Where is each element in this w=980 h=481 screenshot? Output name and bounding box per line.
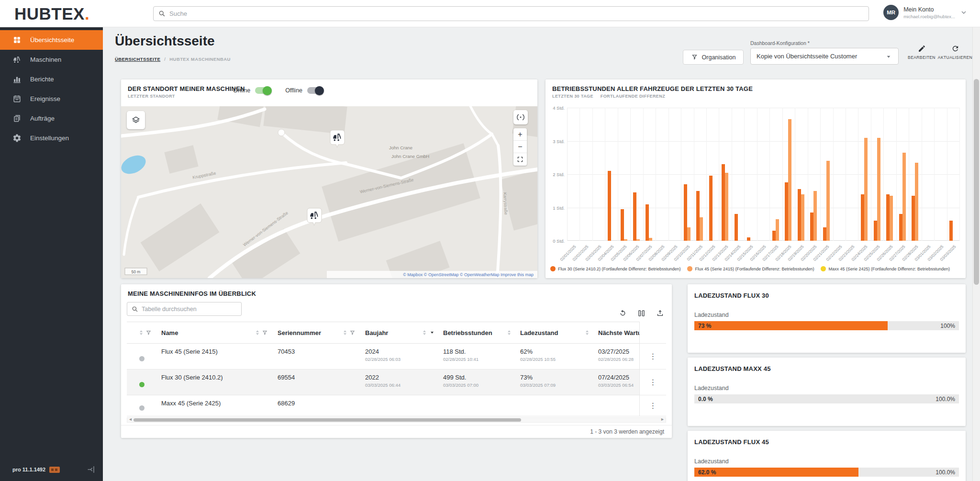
account-menu[interactable]: MR Mein Konto michael.roebig@hubtex... bbox=[883, 5, 968, 20]
zoom-out-button[interactable]: − bbox=[513, 141, 527, 153]
search-input[interactable] bbox=[169, 10, 864, 17]
filter-icon[interactable] bbox=[262, 330, 268, 336]
chart-day-slot bbox=[580, 108, 592, 241]
top-bar: HUBTEX. MR Mein Konto michael.roebig@hub… bbox=[0, 0, 980, 27]
scroll-left-icon[interactable]: ◄ bbox=[128, 417, 133, 422]
column-header-baujahr[interactable]: Baujahr bbox=[360, 322, 438, 343]
sort-icon[interactable] bbox=[423, 330, 426, 335]
columns-icon[interactable] bbox=[637, 309, 646, 317]
table-row[interactable]: Maxx 45 (Serie 2425)68629 bbox=[127, 395, 666, 416]
map-layers-button[interactable] bbox=[127, 111, 145, 129]
collapse-sidebar-icon[interactable] bbox=[87, 465, 96, 474]
edit-dashboard-button[interactable]: BEARBEITEN bbox=[903, 45, 940, 60]
offline-toggle[interactable] bbox=[307, 87, 323, 94]
chart-day-slot bbox=[795, 108, 808, 241]
chart-day-slot bbox=[757, 108, 770, 241]
legend-label: Flux 30 (Serie 2410.2) (Fortlaufende Dif… bbox=[558, 267, 680, 271]
status-dot-offline bbox=[139, 356, 145, 361]
sorted-desc-icon bbox=[431, 332, 434, 334]
organisation-label: Organisation bbox=[702, 54, 736, 61]
sidebar-item--bersichtsseite[interactable]: Übersichtsseite bbox=[0, 30, 103, 50]
charge-label: Ladezustand bbox=[694, 458, 959, 465]
cell-value: Flux 45 (Serie 2415) bbox=[161, 348, 268, 355]
bar-flux30 bbox=[684, 184, 687, 241]
legend-item: Flux 30 (Serie 2410.2) (Fortlaufende Dif… bbox=[550, 266, 680, 271]
bar-flux45 bbox=[788, 119, 791, 241]
charge-label: Ladezustand bbox=[694, 312, 959, 318]
chevron-down-icon bbox=[960, 9, 968, 16]
sidebar-item-auftr-ge[interactable]: Aufträge bbox=[0, 109, 103, 128]
chart-day-slot bbox=[808, 108, 821, 241]
bar-flux45 bbox=[813, 191, 817, 241]
legend-dot-icon bbox=[821, 266, 826, 271]
charge-max: 100% bbox=[940, 323, 955, 329]
dashboard-config-select[interactable]: Kopie von Übersichtsseite Customer bbox=[750, 48, 899, 65]
scrollbar-thumb[interactable] bbox=[134, 418, 521, 422]
zoom-in-button[interactable]: + bbox=[513, 128, 527, 141]
sidebar-item-einstellungen[interactable]: Einstellungen bbox=[0, 128, 103, 148]
organisation-button[interactable]: Organisation bbox=[683, 50, 744, 65]
online-toggle[interactable] bbox=[255, 87, 271, 94]
bar-flux45 bbox=[624, 239, 627, 241]
charge-max: 100.0% bbox=[935, 396, 955, 403]
sidebar-item-berichte[interactable]: Berichte bbox=[0, 69, 103, 89]
cell-value: 2024 bbox=[365, 348, 434, 355]
sort-icon[interactable] bbox=[344, 330, 346, 335]
filter-icon[interactable] bbox=[145, 330, 152, 336]
row-menu-icon[interactable]: ⋮ bbox=[649, 378, 657, 387]
page-scrollbar[interactable] bbox=[972, 27, 980, 481]
bar-flux45 bbox=[636, 239, 640, 241]
dashboard-config-label: Dashboard-Konfiguration * bbox=[750, 40, 810, 46]
account-email: michael.roebig@hubtex... bbox=[903, 14, 955, 19]
logo-dot: . bbox=[85, 4, 89, 23]
table-row[interactable]: Flux 45 (Serie 2415)70453202402/28/2025 … bbox=[127, 344, 666, 369]
bar-flux45 bbox=[776, 219, 779, 241]
column-header-ladezustand[interactable]: Ladezustand bbox=[515, 322, 593, 343]
scroll-right-icon[interactable]: ► bbox=[660, 417, 665, 422]
column-header-status[interactable] bbox=[127, 322, 156, 343]
map[interactable]: Kruppstraße Werner-von-Siemens-Straße We… bbox=[121, 106, 537, 278]
fullscreen-button[interactable] bbox=[513, 153, 527, 166]
filter-icon[interactable] bbox=[349, 330, 356, 336]
bar-flux45 bbox=[902, 153, 906, 241]
row-menu-icon[interactable]: ⋮ bbox=[649, 401, 657, 410]
column-header-betriebsstunden[interactable]: Betriebsstunden bbox=[438, 322, 515, 343]
bar-flux45 bbox=[826, 161, 830, 241]
sort-icon[interactable] bbox=[140, 330, 143, 335]
bar-flux30 bbox=[722, 164, 725, 241]
sort-icon[interactable] bbox=[586, 330, 589, 335]
page-scrollbar-thumb[interactable] bbox=[974, 79, 979, 285]
cell-value: 62% bbox=[520, 348, 589, 355]
fullscreen-icon bbox=[517, 156, 523, 163]
charge-value: 0.0 % bbox=[698, 396, 713, 403]
table-row[interactable]: Flux 30 (Serie 2410.2)69554202203/03/202… bbox=[127, 369, 666, 395]
bar-flux30 bbox=[608, 171, 611, 241]
bar-flux30 bbox=[861, 194, 864, 241]
chart-day-slot bbox=[922, 108, 935, 241]
table-horizontal-scrollbar[interactable]: ◄ ► bbox=[127, 417, 666, 423]
map-locate-button[interactable] bbox=[513, 110, 528, 124]
map-attribution[interactable]: © Mapbox © OpenStreetMap © OpenWeatherMa… bbox=[403, 272, 534, 277]
breadcrumb-current[interactable]: ÜBERSICHTSSEITE bbox=[115, 56, 160, 62]
export-icon[interactable] bbox=[656, 309, 664, 317]
cell-timestamp: 02/28/2025 10:55 bbox=[520, 357, 589, 362]
sort-icon[interactable] bbox=[256, 330, 259, 335]
column-header-name[interactable]: Name bbox=[156, 322, 273, 343]
sidebar-item-ereignisse[interactable]: Ereignisse bbox=[0, 89, 103, 109]
bar-flux30 bbox=[772, 231, 776, 241]
bar-flux30 bbox=[709, 176, 713, 241]
row-menu-icon[interactable]: ⋮ bbox=[649, 352, 657, 361]
chart-day-slot bbox=[935, 108, 947, 241]
sidebar-item-label: Maschinen bbox=[30, 56, 61, 63]
table-search-input[interactable] bbox=[142, 306, 237, 313]
column-header-seriennummer[interactable]: Seriennummer bbox=[273, 322, 360, 343]
sidebar-item-maschinen[interactable]: Maschinen bbox=[0, 50, 103, 69]
legend-dot-icon bbox=[550, 266, 556, 271]
search-icon bbox=[158, 10, 166, 17]
sort-icon[interactable] bbox=[508, 330, 511, 335]
chart-title: BETRIEBSSTUNDEN ALLER FAHRZEUGE DER LETZ… bbox=[552, 85, 959, 92]
chart-day-slot bbox=[783, 108, 795, 241]
refresh-dashboard-button[interactable]: AKTUALISIEREN bbox=[936, 45, 974, 60]
reload-icon[interactable] bbox=[619, 309, 627, 317]
bar-flux30 bbox=[823, 227, 826, 241]
